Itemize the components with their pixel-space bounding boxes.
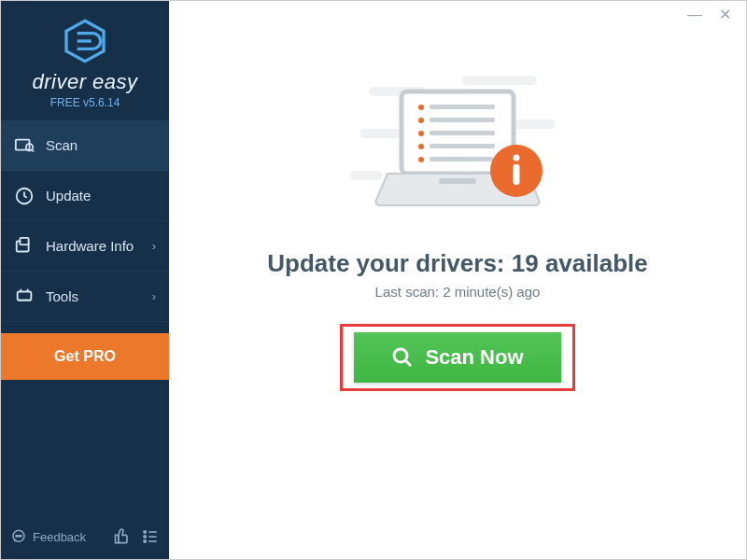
- svg-point-17: [144, 531, 147, 534]
- scan-icon: [14, 135, 35, 156]
- sidebar: driver easy FREE v5.6.14 Scan: [1, 1, 169, 559]
- update-icon: [14, 186, 35, 206]
- svg-point-13: [16, 536, 18, 538]
- svg-rect-32: [430, 118, 495, 122]
- last-scan-text: Last scan: 2 minute(s) ago: [375, 284, 541, 300]
- chevron-right-icon: ›: [152, 289, 156, 303]
- app-edition: FREE v5.6.14: [1, 96, 169, 109]
- tools-icon: [14, 287, 35, 307]
- sidebar-item-update[interactable]: Update: [1, 171, 169, 221]
- nav: Scan Update: [1, 120, 169, 514]
- headline: Update your drivers: 19 available: [267, 249, 648, 278]
- thumbs-up-icon[interactable]: [113, 527, 132, 546]
- svg-rect-25: [359, 129, 402, 138]
- sidebar-item-tools[interactable]: Tools ›: [1, 272, 169, 322]
- logo-area: driver easy FREE v5.6.14: [1, 1, 169, 120]
- sidebar-item-hardware-info[interactable]: Hardware Info ›: [1, 221, 169, 272]
- svg-rect-30: [430, 105, 495, 109]
- svg-line-4: [32, 149, 34, 151]
- svg-point-14: [18, 536, 20, 538]
- svg-point-37: [418, 157, 424, 162]
- chat-icon: [10, 528, 27, 545]
- svg-point-43: [394, 349, 407, 362]
- close-icon[interactable]: ✕: [719, 7, 731, 22]
- svg-rect-42: [514, 164, 520, 185]
- sidebar-item-label: Hardware Info: [46, 238, 134, 254]
- svg-point-18: [144, 536, 147, 539]
- svg-line-44: [405, 360, 411, 366]
- main-panel: Update your drivers: 19 available Last s…: [169, 1, 746, 559]
- svg-point-31: [418, 118, 424, 123]
- svg-point-29: [418, 105, 424, 110]
- svg-rect-34: [430, 131, 495, 135]
- sidebar-item-label: Scan: [46, 137, 78, 153]
- minimize-icon[interactable]: —: [687, 7, 702, 22]
- svg-point-33: [418, 131, 424, 136]
- svg-point-15: [21, 536, 22, 538]
- feedback-label: Feedback: [33, 530, 86, 544]
- svg-point-19: [144, 540, 147, 543]
- get-pro-button[interactable]: Get PRO: [1, 333, 169, 380]
- svg-rect-16: [116, 535, 119, 542]
- list-icon[interactable]: [141, 527, 160, 546]
- svg-rect-27: [350, 171, 383, 180]
- sidebar-item-scan[interactable]: Scan: [1, 120, 169, 171]
- svg-rect-24: [462, 76, 537, 85]
- svg-point-41: [514, 155, 520, 161]
- app-logo-icon: [62, 18, 108, 64]
- svg-rect-7: [20, 237, 28, 244]
- laptop-illustration: [350, 68, 565, 229]
- svg-rect-8: [18, 291, 32, 300]
- app-name: driver easy: [1, 70, 169, 94]
- svg-point-35: [418, 144, 424, 149]
- magnifier-icon: [391, 346, 414, 369]
- svg-rect-36: [430, 144, 495, 148]
- svg-rect-38: [430, 157, 495, 161]
- feedback-button[interactable]: Feedback: [10, 528, 86, 545]
- sidebar-item-label: Tools: [46, 288, 78, 304]
- chevron-right-icon: ›: [152, 239, 156, 253]
- sidebar-item-label: Update: [46, 188, 91, 203]
- sidebar-footer: Feedback: [1, 514, 169, 559]
- hardware-info-icon: [14, 236, 35, 257]
- svg-rect-39: [439, 178, 476, 184]
- annotation-highlight: Scan Now: [340, 324, 574, 391]
- scan-now-button[interactable]: Scan Now: [354, 332, 560, 383]
